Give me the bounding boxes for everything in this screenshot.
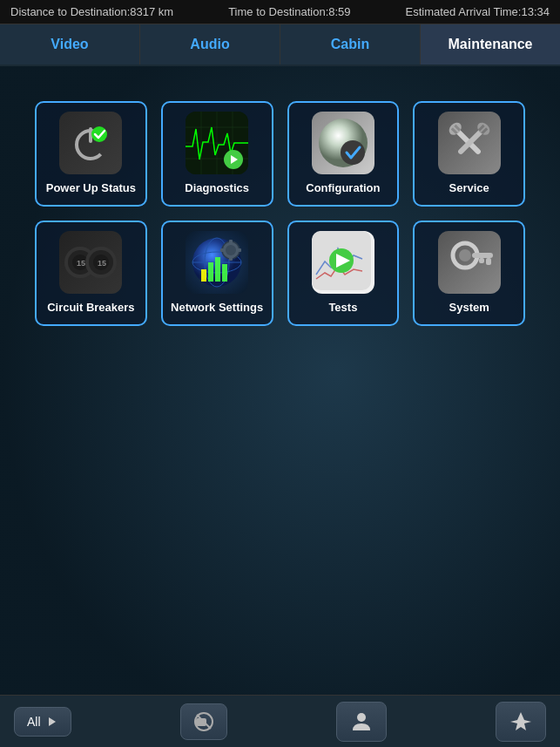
airplane-icon xyxy=(509,710,533,734)
svg-marker-10 xyxy=(231,155,238,164)
configuration-icon xyxy=(312,112,374,174)
arrow-right-icon xyxy=(46,716,58,728)
person-button[interactable] xyxy=(336,702,387,742)
svg-rect-33 xyxy=(201,269,206,282)
svg-rect-34 xyxy=(208,262,213,282)
diagnostics-icon xyxy=(186,112,248,174)
system-icon xyxy=(438,231,501,294)
circuit-breakers-icon: 15 15 xyxy=(59,231,122,294)
network-settings-icon xyxy=(186,231,248,294)
menu-item-tests[interactable]: Tests xyxy=(287,221,400,326)
svg-rect-42 xyxy=(237,248,241,252)
svg-rect-54 xyxy=(196,718,206,726)
menu-item-power-up-status[interactable]: Power Up Status xyxy=(35,101,147,207)
network-settings-label: Network Settings xyxy=(171,301,263,314)
no-video-button[interactable] xyxy=(180,703,227,740)
svg-rect-41 xyxy=(220,248,225,252)
menu-item-system[interactable]: System xyxy=(413,221,525,326)
svg-rect-36 xyxy=(222,264,227,282)
svg-point-2 xyxy=(91,126,107,142)
diagnostics-label: Diagnostics xyxy=(185,181,249,194)
svg-text:15: 15 xyxy=(98,259,106,268)
system-label: System xyxy=(449,301,489,314)
all-button[interactable]: All xyxy=(14,707,71,737)
tab-maintenance[interactable]: Maintenance xyxy=(421,24,560,65)
tab-cabin[interactable]: Cabin xyxy=(280,24,421,65)
tab-video[interactable]: Video xyxy=(0,24,140,65)
service-label: Service xyxy=(449,181,489,194)
svg-rect-40 xyxy=(229,256,233,261)
svg-rect-35 xyxy=(215,257,220,282)
tab-bar: Video Audio Cabin Maintenance xyxy=(0,24,560,66)
service-icon xyxy=(438,112,501,174)
bottom-bar: All xyxy=(0,695,560,747)
svg-text:15: 15 xyxy=(77,259,85,268)
menu-item-configuration[interactable]: Configuration xyxy=(287,101,400,207)
no-video-icon xyxy=(193,711,214,732)
tab-audio[interactable]: Audio xyxy=(140,24,280,65)
svg-rect-49 xyxy=(486,258,491,265)
arrival-status: Estimated Arrival Time:13:34 xyxy=(406,5,550,18)
power-up-status-icon xyxy=(59,112,122,174)
person-icon xyxy=(349,710,374,734)
airplane-button[interactable] xyxy=(496,702,546,742)
svg-rect-48 xyxy=(472,253,493,258)
menu-item-network-settings[interactable]: Network Settings xyxy=(161,221,273,326)
svg-rect-50 xyxy=(479,258,484,263)
time-status: Time to Destination:8:59 xyxy=(228,5,350,18)
tests-label: Tests xyxy=(328,301,357,314)
tests-icon xyxy=(312,231,374,294)
distance-status: Distance to Destination:8317 km xyxy=(10,5,173,18)
configuration-label: Configuration xyxy=(306,181,380,194)
svg-rect-39 xyxy=(229,240,233,244)
menu-grid: Power Up Status xyxy=(0,75,560,352)
menu-item-service[interactable]: Service xyxy=(413,101,525,207)
svg-point-38 xyxy=(226,245,236,255)
svg-point-12 xyxy=(341,140,365,165)
menu-item-diagnostics[interactable]: Diagnostics xyxy=(161,101,273,207)
svg-marker-51 xyxy=(49,717,56,726)
menu-item-circuit-breakers[interactable]: 15 15 Circuit Breakers xyxy=(35,221,147,326)
circuit-breakers-label: Circuit Breakers xyxy=(47,301,134,314)
status-bar: Distance to Destination:8317 km Time to … xyxy=(0,0,560,24)
svg-point-55 xyxy=(357,713,366,722)
svg-point-47 xyxy=(459,249,471,261)
power-up-status-label: Power Up Status xyxy=(46,181,136,194)
all-label: All xyxy=(27,715,41,729)
